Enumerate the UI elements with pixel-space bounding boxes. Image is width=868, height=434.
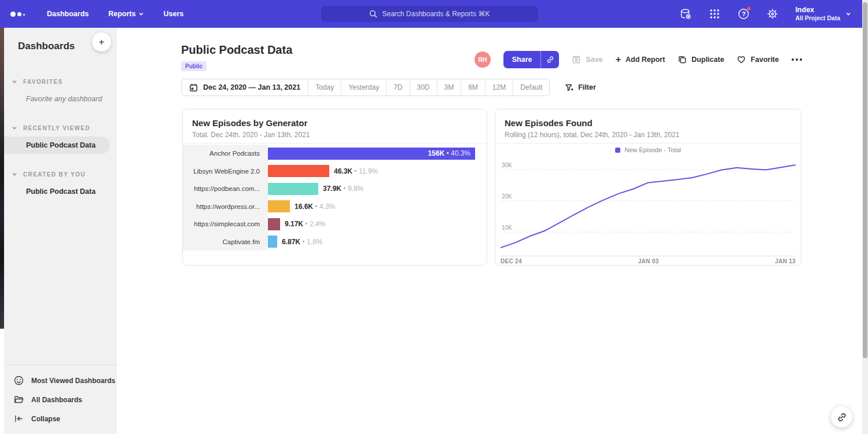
bar[interactable]: [268, 236, 277, 248]
legend-label: New Episode - Total: [624, 146, 681, 153]
sidebar-section-header[interactable]: CREATED BY YOU: [4, 169, 117, 179]
bar-chart-subtitle: Total, Dec 24th, 2020 - Jan 13th, 2021: [192, 131, 477, 139]
line-chart-plot[interactable]: 30K20K10K: [501, 157, 796, 256]
sidebar-section-header[interactable]: RECENTLY VIEWED: [4, 123, 117, 133]
bar-chart-card: New Episodes by Generator Total, Dec 24t…: [182, 109, 487, 266]
main-content: Public Podcast Data Public RH Share Save…: [117, 28, 862, 434]
scrollbar-thumb[interactable]: [863, 2, 867, 358]
sidebar-footer: Most Viewed Dashboards All Dashboards Co…: [4, 365, 117, 432]
bar-row[interactable]: Libsyn WebEngine 2.046.3K • 11.9%: [183, 163, 487, 181]
date-preset-default[interactable]: Default: [513, 79, 549, 95]
bar[interactable]: 156K • 40.3%: [268, 148, 475, 160]
share-button[interactable]: Share: [503, 51, 560, 68]
top-nav: Dashboards Reports Users Search Dashboar…: [0, 0, 868, 28]
bar[interactable]: [268, 218, 280, 230]
line-chart-legend[interactable]: New Episode - Total: [495, 146, 801, 153]
share-button-label: Share: [503, 51, 541, 68]
search-icon: [369, 10, 377, 18]
bar-category-label: Anchor Podcasts: [183, 145, 268, 163]
bar-value: 37.9K • 9.8%: [323, 185, 363, 193]
plus-icon: +: [616, 55, 621, 64]
mixpanel-logo[interactable]: [10, 12, 25, 17]
save-label: Save: [586, 56, 602, 64]
legend-swatch: [615, 148, 620, 153]
nav-users[interactable]: Users: [163, 10, 183, 18]
date-preset-3m[interactable]: 3M: [437, 79, 462, 95]
date-preset-7d[interactable]: 7D: [387, 79, 410, 95]
add-report-button[interactable]: + Add Report: [616, 55, 665, 64]
duplicate-button[interactable]: Duplicate: [678, 55, 724, 64]
chevron-down-icon: [12, 172, 17, 176]
sidebar: Dashboards + FAVORITESFavorite any dashb…: [4, 28, 117, 434]
date-range-picker[interactable]: Dec 24, 2020 — Jan 13, 2021: [182, 79, 308, 95]
sidebar-item[interactable]: Public Podcast Data: [4, 183, 117, 200]
duplicate-label: Duplicate: [692, 56, 724, 64]
data-management-icon[interactable]: [679, 8, 692, 20]
nav-users-label: Users: [163, 10, 183, 18]
search-input[interactable]: Search Dashboards & Reports ⌘K: [321, 6, 538, 22]
sidebar-section-header[interactable]: FAVORITES: [4, 76, 117, 87]
notification-badge: [746, 6, 751, 11]
line-chart-subtitle: Rolling (12 hours), total, Dec 24th, 202…: [505, 131, 792, 139]
apps-grid-icon[interactable]: [708, 8, 721, 20]
date-preset-6m[interactable]: 6M: [461, 79, 486, 95]
sidebar-item[interactable]: Favorite any dashboard: [4, 90, 117, 108]
collapse-label: Collapse: [31, 415, 60, 423]
collapse-sidebar-item[interactable]: Collapse: [4, 409, 117, 428]
background-edge-strip: [0, 28, 4, 329]
most-viewed-dashboards-label: Most Viewed Dashboards: [31, 377, 115, 385]
bar[interactable]: [268, 183, 318, 195]
settings-gear-icon[interactable]: [766, 8, 779, 20]
search-placeholder: Search Dashboards & Reports ⌘K: [382, 10, 490, 18]
filter-label: Filter: [578, 83, 596, 91]
x-axis-tick: DEC 24: [501, 258, 522, 264]
save-icon: [572, 55, 581, 64]
nav-right-cluster: ? Index All Project Data: [679, 0, 851, 28]
date-preset-12m[interactable]: 12M: [486, 79, 513, 95]
bar-category-label: https://simplecast.com: [183, 215, 268, 233]
all-dashboards-item[interactable]: All Dashboards: [4, 390, 117, 409]
chevron-down-icon: [846, 12, 851, 16]
most-viewed-dashboards-item[interactable]: Most Viewed Dashboards: [4, 371, 117, 390]
copy-link-fab[interactable]: [831, 406, 852, 428]
bar-chart-body: Anchor Podcasts156K • 40.3%Libsyn WebEng…: [183, 145, 487, 259]
date-preset-30d[interactable]: 30D: [410, 79, 437, 95]
bar-row[interactable]: https://simplecast.com9.17K • 2.4%: [183, 215, 487, 233]
bar-row[interactable]: Captivate.fm6.87K • 1.8%: [183, 233, 487, 251]
add-report-label: Add Report: [626, 56, 665, 64]
add-dashboard-button[interactable]: +: [92, 32, 111, 52]
bar-row[interactable]: https://podbean.com...37.9K • 9.8%: [183, 180, 487, 198]
bar-value: 46.3K • 11.9%: [334, 167, 378, 175]
save-button[interactable]: Save: [572, 55, 602, 64]
avatar[interactable]: RH: [475, 52, 491, 68]
plus-icon: +: [99, 36, 105, 48]
nav-dashboards[interactable]: Dashboards: [47, 10, 89, 18]
duplicate-icon: [678, 55, 687, 64]
sidebar-section-label: FAVORITES: [23, 79, 63, 85]
line-chart-header[interactable]: New Episodes Found Rolling (12 hours), t…: [495, 109, 801, 144]
favorite-button[interactable]: Favorite: [737, 55, 779, 64]
nav-reports[interactable]: Reports: [108, 10, 144, 18]
filter-button[interactable]: Filter: [565, 83, 596, 92]
date-preset-yesterday[interactable]: Yesterday: [341, 79, 387, 95]
date-preset-today[interactable]: Today: [308, 79, 341, 95]
page-title: Public Podcast Data: [181, 43, 292, 57]
page-scrollbar: [862, 0, 868, 434]
bar-row[interactable]: Anchor Podcasts156K • 40.3%: [183, 145, 487, 163]
bar-row[interactable]: https://wordpress.or...16.6K • 4.3%: [183, 198, 487, 216]
bar-category-label: Captivate.fm: [183, 233, 268, 251]
chevron-down-icon: [139, 12, 144, 16]
line-chart-title: New Episodes Found: [505, 118, 792, 128]
heart-icon: [737, 55, 746, 64]
bar-category-label: Libsyn WebEngine 2.0: [183, 163, 268, 181]
share-link-button[interactable]: [540, 51, 559, 68]
bar[interactable]: [268, 165, 329, 177]
sidebar-section-label: RECENTLY VIEWED: [23, 125, 90, 131]
more-options-button[interactable]: [792, 58, 802, 61]
bar-chart-header[interactable]: New Episodes by Generator Total, Dec 24t…: [183, 109, 487, 144]
help-icon[interactable]: ?: [737, 8, 750, 20]
bar[interactable]: [268, 200, 290, 212]
project-selector[interactable]: Index All Project Data: [795, 6, 851, 23]
bar-value: 9.17K • 2.4%: [285, 220, 325, 228]
sidebar-item[interactable]: Public Podcast Data: [4, 137, 110, 154]
